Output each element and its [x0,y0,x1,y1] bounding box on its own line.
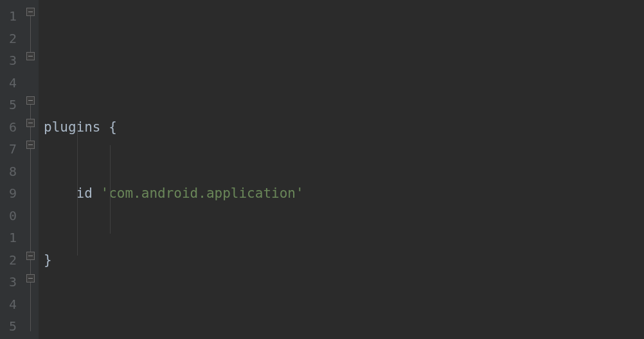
line-number: 4 [0,293,17,316]
fold-toggle-icon[interactable] [26,52,35,60]
line-number: 1 [0,5,17,28]
line-number-gutter: 1 2 3 4 5 6 7 8 9 0 1 2 3 4 5 [0,0,23,339]
fold-toggle-icon[interactable] [26,8,35,16]
code-line: } [44,249,644,272]
line-number: 3 [0,271,17,293]
fold-toggle-icon[interactable] [26,252,35,260]
code-line: id 'com.android.application' [44,182,644,205]
line-number: 9 [0,182,17,205]
fold-toggle-icon[interactable] [26,119,35,127]
fold-gutter [23,0,39,339]
fold-toggle-icon[interactable] [26,141,35,149]
line-number: 5 [0,94,17,116]
line-number: 7 [0,138,17,161]
fold-toggle-icon[interactable] [26,274,35,282]
code-editor[interactable]: plugins { id 'com.android.application' }… [39,0,644,339]
fold-toggle-icon[interactable] [26,96,35,105]
code-line: plugins { [44,116,644,139]
line-number: 2 [0,249,17,272]
line-number: 0 [0,205,17,227]
line-number: 6 [0,116,17,139]
line-number: 2 [0,28,17,50]
line-number: 1 [0,227,17,249]
line-number: 5 [0,315,17,338]
line-number: 4 [0,72,17,94]
code-line [44,315,644,338]
line-number: 3 [0,49,17,72]
line-number: 8 [0,161,17,183]
